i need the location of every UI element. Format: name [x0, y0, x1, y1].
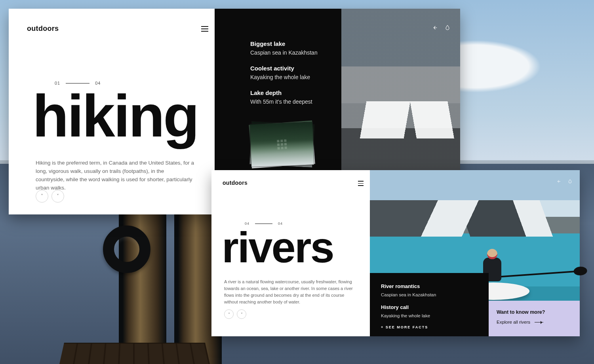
fact-heading: History call — [381, 304, 478, 310]
fact-body: Caspian sea in Kazakhstan — [381, 292, 436, 297]
slide-title: rivers — [222, 229, 333, 266]
facts-list: Biggest lake Caspian sea in Kazakhstan C… — [250, 40, 318, 114]
menu-icon[interactable] — [201, 26, 208, 32]
cta-link-label: Explore all rivers — [497, 320, 530, 324]
grid-icon — [277, 139, 287, 150]
slide-description: Hiking is the preferred term, in Canada … — [36, 159, 194, 192]
prev-slide-button[interactable]: ˄ — [36, 190, 48, 203]
cta-heading: Want to know more? — [497, 309, 572, 315]
fact-heading: Coolest activity — [250, 65, 318, 72]
see-more-facts-link[interactable]: + SEE MORE FACTS — [381, 325, 478, 329]
fact-heading: Biggest lake — [250, 40, 318, 47]
slide-title: hiking — [32, 91, 198, 142]
fact-body: Kayaking the whole lake — [381, 313, 430, 318]
slide-rivers: outdoors 04 04 rivers A river is a natur… — [211, 170, 580, 336]
cta-panel: Want to know more? Explore all rivers — [489, 301, 580, 336]
facts-panel: River romantics Caspian sea in Kazakhsta… — [370, 273, 489, 336]
next-slide-button[interactable]: ˅ — [237, 309, 246, 319]
slide-description: A river is a natural flowing watercourse… — [224, 279, 355, 305]
next-slide-button[interactable]: ˅ — [51, 190, 64, 203]
fact-heading: River romantics — [381, 283, 478, 289]
gallery-thumbnail[interactable] — [249, 121, 315, 169]
brand-logo[interactable]: outdoors — [223, 180, 248, 186]
arrow-right-icon — [535, 322, 543, 322]
fact-body: Kayaking the whole lake — [250, 74, 310, 80]
water-drop-icon[interactable] — [567, 179, 573, 184]
fact-heading: Lake depth — [250, 89, 318, 96]
fact-body: With 55m it's the deepest — [250, 99, 312, 105]
cta-link[interactable]: Explore all rivers — [497, 320, 543, 324]
water-drop-icon[interactable] — [444, 25, 451, 31]
menu-icon[interactable] — [358, 181, 364, 186]
back-arrow-icon[interactable] — [556, 179, 561, 184]
back-arrow-icon[interactable] — [432, 25, 438, 31]
brand-logo[interactable]: outdoors — [27, 25, 59, 33]
prev-slide-button[interactable]: ˄ — [224, 309, 234, 319]
fact-body: Caspian sea in Kazakhstan — [250, 49, 318, 56]
